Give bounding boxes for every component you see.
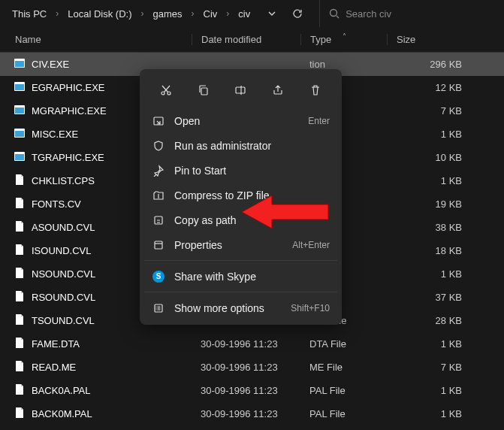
menu-copy-as-path[interactable]: Copy as path [144,207,337,232]
svg-point-12 [161,92,164,95]
skype-icon: S [152,270,165,283]
menu-compress-zip[interactable]: Compress to ZIP file [144,183,337,207]
file-name: ISOUND.CVL [32,245,91,256]
file-size: 7 KB [387,362,477,373]
menu-more-shortcut: Shift+F10 [291,303,330,313]
file-row[interactable]: READ.ME30-09-1996 11:23ME File7 KB [0,356,504,379]
menu-pin-label: Pin to Start [174,165,330,177]
pin-icon [152,164,165,177]
menu-pin-start[interactable]: Pin to Start [144,158,337,183]
file-name: TSOUND.CVL [32,315,95,326]
file-date: 30-09-1996 11:23 [192,362,300,373]
document-icon [14,244,26,258]
refresh-button[interactable] [286,2,309,25]
file-size: 7 KB [387,105,477,117]
menu-run-admin-label: Run as administrator [174,140,330,152]
file-name: MISC.EXE [32,129,78,140]
rename-button[interactable] [228,78,252,102]
document-icon [14,174,26,188]
document-icon [14,360,26,374]
breadcrumb-thispc[interactable]: This PC [8,7,51,21]
svg-point-13 [167,92,171,95]
context-menu: Open Enter Run as administrator Pin to S… [140,69,342,325]
file-name: FONTS.CV [32,198,81,210]
copy-button[interactable] [192,78,216,102]
menu-copy-path-label: Copy as path [174,214,330,226]
document-icon [14,407,26,421]
file-name: READ.ME [32,362,76,373]
svg-rect-15 [236,87,245,93]
document-icon [14,220,26,235]
share-button[interactable] [266,78,290,102]
menu-open[interactable]: Open Enter [144,108,337,133]
column-date[interactable]: Date modified [192,34,300,45]
file-size: 1 KB [387,338,477,350]
menu-separator [144,260,337,261]
document-icon [14,197,26,211]
column-size[interactable]: Size [387,34,477,45]
svg-rect-9 [15,131,24,137]
document-icon [14,267,26,281]
shield-icon [152,139,165,153]
menu-open-shortcut: Enter [308,116,330,126]
menu-skype-label: Share with Skype [174,271,330,283]
document-icon [14,290,26,304]
svg-rect-5 [15,84,24,90]
menu-separator [144,292,337,292]
file-name: NSOUND.CVL [32,268,95,280]
file-size: 28 KB [387,315,477,326]
file-name: EGRAPHIC.EXE [32,82,105,93]
menu-show-more[interactable]: Show more options Shift+F10 [144,295,337,320]
cut-button[interactable] [154,78,178,102]
menu-properties-shortcut: Alt+Enter [292,240,330,250]
breadcrumb-games[interactable]: games [148,7,186,21]
properties-icon [152,238,165,252]
file-name: CIV.EXE [32,59,69,70]
breadcrumb-drive[interactable]: Local Disk (D:) [63,7,136,21]
copy-path-icon [152,213,165,227]
search-input[interactable]: Search civ [319,0,504,27]
document-icon [14,337,26,351]
column-type[interactable]: ˄Type [300,34,387,45]
file-type: PAL File [300,408,387,419]
chevron-right-icon: › [54,8,60,19]
application-icon [14,150,26,165]
menu-more-label: Show more options [174,302,282,314]
file-name: BACK0M.PAL [32,408,92,419]
application-icon [14,127,26,141]
file-type: ME File [300,362,387,373]
delete-button[interactable] [303,78,327,102]
file-type: tion [300,59,387,70]
menu-run-admin[interactable]: Run as administrator [144,133,337,158]
menu-action-bar [144,74,337,108]
file-name: FAME.DTA [32,338,80,350]
chevron-right-icon: › [139,8,145,19]
file-size: 1 KB [387,385,477,396]
file-row[interactable]: BACK0M.PAL30-09-1996 11:23PAL File1 KB [0,402,504,425]
file-row[interactable]: BACK0A.PAL30-09-1996 11:23PAL File1 KB [0,379,504,402]
open-icon [152,114,165,128]
history-dropdown[interactable] [261,2,283,25]
breadcrumb-civ2[interactable]: civ [234,7,255,21]
file-row[interactable]: FAME.DTA30-09-1996 11:23DTA File1 KB [0,332,504,356]
menu-zip-label: Compress to ZIP file [174,189,330,201]
document-icon [14,383,26,398]
application-icon [14,57,26,71]
chevron-right-icon: › [190,8,196,19]
svg-rect-7 [15,108,24,114]
file-size: 1 KB [387,408,477,419]
menu-properties[interactable]: Properties Alt+Enter [144,232,337,257]
chevron-right-icon: › [225,8,231,19]
file-type: PAL File [300,385,387,396]
file-date: 30-09-1996 11:23 [192,408,300,419]
svg-line-1 [337,16,339,18]
more-icon [152,301,165,315]
file-size: 1 KB [387,175,477,186]
zip-icon [152,189,165,202]
sort-asc-icon: ˄ [343,32,346,41]
column-name[interactable]: Name [0,34,192,45]
menu-share-skype[interactable]: S Share with Skype [144,264,337,289]
breadcrumb-civ[interactable]: Civ [199,7,222,21]
svg-rect-11 [15,154,24,160]
search-icon [329,8,340,19]
